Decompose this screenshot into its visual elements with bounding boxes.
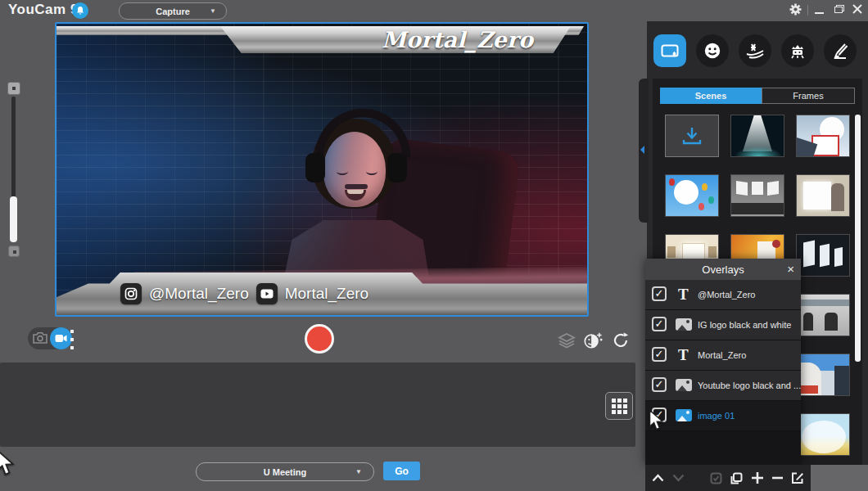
edit-overlay-button[interactable] bbox=[791, 471, 804, 484]
captured-media-tray[interactable] bbox=[0, 363, 635, 447]
photo-mode-button[interactable] bbox=[33, 331, 47, 347]
image-overlay-icon bbox=[676, 409, 692, 421]
close-button[interactable] bbox=[852, 3, 863, 15]
tab-gadgets[interactable] bbox=[781, 34, 814, 67]
text-overlay-icon: T bbox=[678, 286, 689, 304]
overlay-row[interactable]: ✓ T Mortal_Zero bbox=[645, 340, 801, 371]
scenes-tab[interactable]: Scenes bbox=[660, 88, 762, 104]
smiley-icon bbox=[703, 42, 721, 60]
meeting-app-label: U Meeting bbox=[264, 467, 307, 477]
headphone-cup bbox=[305, 153, 325, 182]
zoom-slider-thumb[interactable] bbox=[10, 196, 17, 242]
camera-icon bbox=[33, 331, 47, 344]
layers-icon bbox=[558, 332, 576, 349]
overlays-title: Overlays bbox=[702, 264, 744, 276]
headphone-cup bbox=[387, 153, 407, 182]
reset-button[interactable] bbox=[611, 331, 631, 350]
move-down-button[interactable] bbox=[672, 474, 685, 482]
select-all-button[interactable] bbox=[710, 472, 722, 484]
scene-thumbnail[interactable] bbox=[796, 115, 850, 157]
media-grid-view-button[interactable] bbox=[605, 392, 633, 420]
instagram-handle-text: @Mortal_Zero bbox=[149, 285, 249, 303]
overlay-row[interactable]: ✓ Youtube logo black and ... bbox=[645, 371, 801, 401]
app-title: YouCam 9 bbox=[8, 2, 79, 18]
gear-icon bbox=[789, 2, 802, 16]
text-overlay-icon: T bbox=[678, 346, 689, 364]
zoom-in-button[interactable] bbox=[7, 82, 20, 95]
scene-thumbnail[interactable] bbox=[665, 174, 719, 217]
remove-overlay-button[interactable] bbox=[772, 476, 783, 480]
duplicate-button[interactable] bbox=[730, 472, 743, 484]
scene-thumbnail[interactable] bbox=[730, 115, 784, 157]
titlebar-divider bbox=[807, 5, 808, 16]
scene-thumbnail[interactable] bbox=[796, 294, 850, 336]
grid-icon bbox=[612, 399, 627, 414]
tab-scenes-frames[interactable] bbox=[653, 34, 686, 67]
gadget-robot-icon bbox=[789, 42, 807, 60]
mouse-cursor bbox=[0, 448, 16, 478]
scene-thumbnail[interactable] bbox=[796, 234, 850, 277]
overlay-checkbox[interactable]: ✓ bbox=[652, 347, 667, 362]
image-overlay-icon bbox=[676, 318, 692, 331]
record-button[interactable] bbox=[305, 324, 334, 354]
webcam-preview[interactable]: Mortal_Zero @Mortal_Zero Mortal_Zero bbox=[55, 22, 589, 317]
scene-thumbnail[interactable] bbox=[796, 174, 850, 217]
panel-collapse-handle[interactable] bbox=[639, 79, 649, 223]
scene-thumbnail[interactable] bbox=[796, 413, 850, 456]
notification-bell-button[interactable] bbox=[72, 2, 88, 19]
overlay-row[interactable]: ✓ IG logo black and white bbox=[645, 310, 801, 340]
download-scenes-button[interactable] bbox=[665, 115, 719, 157]
overlay-checkbox[interactable]: ✓ bbox=[652, 377, 667, 392]
collapse-arrow-icon bbox=[640, 146, 644, 154]
overlay-label: @Mortal_Zero bbox=[698, 280, 755, 309]
person-eye bbox=[366, 168, 377, 175]
snapshot-stack-button[interactable] bbox=[557, 331, 576, 350]
pencil-icon bbox=[831, 42, 849, 60]
person-mustache bbox=[345, 184, 368, 189]
reset-rotate-icon bbox=[612, 331, 630, 349]
youcam-window: YouCam 9 Capture ▼ Mo bbox=[0, 0, 868, 491]
overlay-row[interactable]: ✓ T @Mortal_Zero bbox=[645, 280, 801, 310]
restore-button[interactable] bbox=[834, 5, 844, 13]
meeting-app-dropdown[interactable]: U Meeting ▼ bbox=[196, 462, 374, 481]
tab-emoticons[interactable] bbox=[696, 34, 729, 67]
more-options-menu[interactable] bbox=[70, 330, 74, 354]
scene-thumbnail[interactable] bbox=[796, 354, 850, 396]
overlay-label: IG logo black and white bbox=[698, 310, 791, 340]
capture-dropdown[interactable]: Capture ▼ bbox=[119, 2, 227, 20]
frames-tab[interactable]: Frames bbox=[762, 88, 855, 104]
overlay-label: image 01 bbox=[698, 401, 735, 430]
minimize-button[interactable] bbox=[815, 12, 824, 14]
bell-icon bbox=[75, 6, 85, 16]
panel-scrollbar[interactable] bbox=[855, 115, 861, 362]
overlay-label: Mortal_Zero bbox=[698, 340, 746, 370]
panel-corner bbox=[811, 465, 868, 491]
overlays-close-button[interactable]: × bbox=[787, 261, 794, 277]
settings-button[interactable] bbox=[789, 2, 802, 16]
enhance-button[interactable] bbox=[583, 331, 603, 350]
go-button[interactable]: Go bbox=[383, 462, 420, 480]
tab-draw[interactable] bbox=[824, 34, 857, 67]
video-camera-icon bbox=[55, 334, 67, 343]
zoom-out-button[interactable] bbox=[8, 246, 20, 257]
overlay-checkbox[interactable]: ✓ bbox=[652, 286, 667, 301]
add-overlay-button[interactable] bbox=[751, 471, 764, 484]
top-banner-plate[interactable]: Mortal_Zero bbox=[220, 26, 571, 53]
move-up-button[interactable] bbox=[652, 474, 664, 482]
overlays-popup: Overlays × ✓ T @Mortal_Zero ✓ IG logo bl… bbox=[645, 259, 801, 465]
chevron-down-icon: ▼ bbox=[355, 468, 362, 475]
tab-particles[interactable] bbox=[739, 34, 771, 67]
overlay-checkbox[interactable]: ✓ bbox=[652, 317, 667, 331]
overlay-row-selected[interactable]: ✓ image 01 bbox=[645, 401, 801, 431]
overlays-toolbar bbox=[645, 465, 811, 491]
scene-thumbnail[interactable] bbox=[730, 174, 784, 217]
youtube-handle-text: Mortal_Zero bbox=[285, 285, 368, 303]
banner-title-text: Mortal_Zero bbox=[382, 27, 533, 52]
capture-label: Capture bbox=[156, 7, 190, 16]
video-mode-button[interactable] bbox=[50, 327, 72, 349]
beautify-icon bbox=[583, 331, 603, 350]
youtube-icon bbox=[256, 283, 278, 304]
mouse-cursor bbox=[649, 409, 665, 432]
download-icon bbox=[681, 126, 703, 146]
overlays-header: Overlays × bbox=[645, 259, 801, 280]
